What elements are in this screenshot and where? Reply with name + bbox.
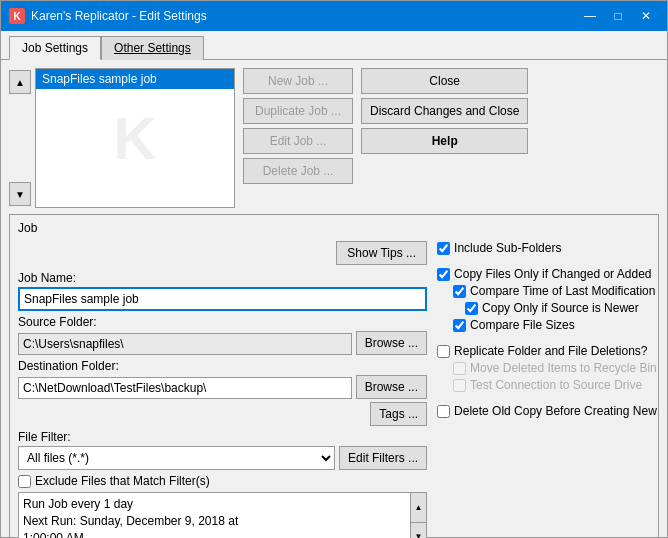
- title-bar-left: K Karen's Replicator - Edit Settings: [9, 8, 207, 24]
- tabs-bar: Job Settings Other Settings: [1, 31, 667, 60]
- compare-time-row: Compare Time of Last Modification: [453, 284, 668, 298]
- copy-newer-label: Copy Only if Source is Newer: [482, 301, 639, 315]
- close-window-button[interactable]: ✕: [633, 6, 659, 26]
- copy-newer-checkbox[interactable]: [465, 302, 478, 315]
- job-name-label: Job Name:: [18, 271, 427, 285]
- exclude-filter-row: Exclude Files that Match Filter(s): [18, 474, 427, 488]
- job-left: Show Tips ... Job Name: Source Folder: B…: [18, 241, 427, 538]
- compare-sizes-label: Compare File Sizes: [470, 318, 575, 332]
- file-filter-group: File Filter: All files (*.*) Edit Filter…: [18, 430, 427, 470]
- file-filter-row: All files (*.*) Edit Filters ...: [18, 446, 427, 470]
- dest-folder-input[interactable]: [18, 377, 352, 399]
- delete-old-copy-row: Delete Old Copy Before Creating New: [437, 404, 668, 418]
- schedule-box-container: Run Job every 1 day Next Run: Sunday, De…: [18, 492, 427, 538]
- source-folder-group: Source Folder: Browse ...: [18, 315, 427, 355]
- window-title: Karen's Replicator - Edit Settings: [31, 9, 207, 23]
- include-subfolders-label: Include Sub-Folders: [454, 241, 561, 255]
- delete-old-copy-checkbox[interactable]: [437, 405, 450, 418]
- test-connection-row: Test Connection to Source Drive: [453, 378, 668, 392]
- watermark: K: [113, 104, 156, 173]
- dest-folder-group: Destination Folder: Browse ... Tags ...: [18, 359, 427, 426]
- scroll-down-button[interactable]: ▼: [9, 182, 31, 206]
- source-folder-label: Source Folder:: [18, 315, 427, 329]
- job-name-input[interactable]: [18, 287, 427, 311]
- edit-filters-button[interactable]: Edit Filters ...: [339, 446, 427, 470]
- copy-newer-row: Copy Only if Source is Newer: [465, 301, 668, 315]
- exclude-filter-label: Exclude Files that Match Filter(s): [35, 474, 210, 488]
- source-folder-input[interactable]: [18, 333, 352, 355]
- duplicate-job-button[interactable]: Duplicate Job ...: [243, 98, 353, 124]
- right-options: Include Sub-Folders Copy Files Only if C…: [437, 241, 668, 418]
- copy-files-checkbox[interactable]: [437, 268, 450, 281]
- copy-files-label: Copy Files Only if Changed or Added: [454, 267, 651, 281]
- show-tips-row: Show Tips ...: [18, 241, 427, 265]
- top-section: ▲ ▼ K SnapFiles sample job New Job ... D…: [9, 68, 659, 208]
- browse-source-button[interactable]: Browse ...: [356, 331, 427, 355]
- scroll-arrows: ▲ ▼: [9, 68, 31, 208]
- source-folder-row: Browse ...: [18, 331, 427, 355]
- job-section: Job Show Tips ... Job Name: Source Folde…: [9, 214, 659, 538]
- move-deleted-label: Move Deleted Items to Recycle Bin: [470, 361, 657, 375]
- edit-job-button[interactable]: Edit Job ...: [243, 128, 353, 154]
- title-bar-controls: — □ ✕: [577, 6, 659, 26]
- main-content: ▲ ▼ K SnapFiles sample job New Job ... D…: [1, 60, 667, 538]
- file-filter-select[interactable]: All files (*.*): [18, 446, 335, 470]
- schedule-text: Run Job every 1 day Next Run: Sunday, De…: [23, 496, 422, 538]
- test-connection-checkbox: [453, 379, 466, 392]
- browse-dest-button[interactable]: Browse ...: [356, 375, 427, 399]
- compare-time-checkbox[interactable]: [453, 285, 466, 298]
- tab-other-settings[interactable]: Other Settings: [101, 36, 204, 60]
- minimize-button[interactable]: —: [577, 6, 603, 26]
- delete-job-button[interactable]: Delete Job ...: [243, 158, 353, 184]
- schedule-scroll-down[interactable]: ▼: [411, 523, 426, 539]
- include-subfolders-row: Include Sub-Folders: [437, 241, 668, 255]
- copy-files-row: Copy Files Only if Changed or Added: [437, 267, 668, 281]
- file-filter-label: File Filter:: [18, 430, 427, 444]
- help-button[interactable]: Help: [361, 128, 528, 154]
- include-subfolders-checkbox[interactable]: [437, 242, 450, 255]
- compare-time-label: Compare Time of Last Modification: [470, 284, 655, 298]
- job-inner: Show Tips ... Job Name: Source Folder: B…: [18, 241, 650, 538]
- maximize-button[interactable]: □: [605, 6, 631, 26]
- app-icon: K: [9, 8, 25, 24]
- job-list-item[interactable]: SnapFiles sample job: [36, 69, 234, 89]
- schedule-scroll-up[interactable]: ▲: [411, 493, 426, 523]
- scroll-up-button[interactable]: ▲: [9, 70, 31, 94]
- test-connection-label: Test Connection to Source Drive: [470, 378, 642, 392]
- close-button[interactable]: Close: [361, 68, 528, 94]
- dest-folder-row: Browse ...: [18, 375, 427, 399]
- job-list[interactable]: K SnapFiles sample job: [35, 68, 235, 208]
- schedule-scrollbar[interactable]: ▲ ▼: [410, 493, 426, 538]
- compare-sizes-checkbox[interactable]: [453, 319, 466, 332]
- job-right: Include Sub-Folders Copy Files Only if C…: [437, 241, 668, 538]
- new-job-button[interactable]: New Job ...: [243, 68, 353, 94]
- delete-old-copy-label: Delete Old Copy Before Creating New: [454, 404, 657, 418]
- replicate-deletions-checkbox[interactable]: [437, 345, 450, 358]
- title-bar: K Karen's Replicator - Edit Settings — □…: [1, 1, 667, 31]
- move-deleted-checkbox: [453, 362, 466, 375]
- top-buttons-left: New Job ... Duplicate Job ... Edit Job .…: [243, 68, 353, 208]
- tab-job-settings[interactable]: Job Settings: [9, 36, 101, 60]
- move-deleted-row: Move Deleted Items to Recycle Bin: [453, 361, 668, 375]
- job-section-title: Job: [18, 221, 650, 235]
- replicate-deletions-label: Replicate Folder and File Deletions?: [454, 344, 647, 358]
- top-left: ▲ ▼ K SnapFiles sample job: [9, 68, 235, 208]
- compare-sizes-row: Compare File Sizes: [453, 318, 668, 332]
- job-name-group: Job Name:: [18, 271, 427, 311]
- dest-folder-label: Destination Folder:: [18, 359, 427, 373]
- tags-button[interactable]: Tags ...: [370, 402, 427, 426]
- main-window: K Karen's Replicator - Edit Settings — □…: [0, 0, 668, 538]
- schedule-section: Run Job every 1 day Next Run: Sunday, De…: [18, 492, 427, 538]
- discard-close-button[interactable]: Discard Changes and Close: [361, 98, 528, 124]
- top-buttons-right: Close Discard Changes and Close Help: [361, 68, 528, 208]
- replicate-deletions-row: Replicate Folder and File Deletions?: [437, 344, 668, 358]
- schedule-box: Run Job every 1 day Next Run: Sunday, De…: [18, 492, 427, 538]
- exclude-filter-checkbox[interactable]: [18, 475, 31, 488]
- show-tips-button[interactable]: Show Tips ...: [336, 241, 427, 265]
